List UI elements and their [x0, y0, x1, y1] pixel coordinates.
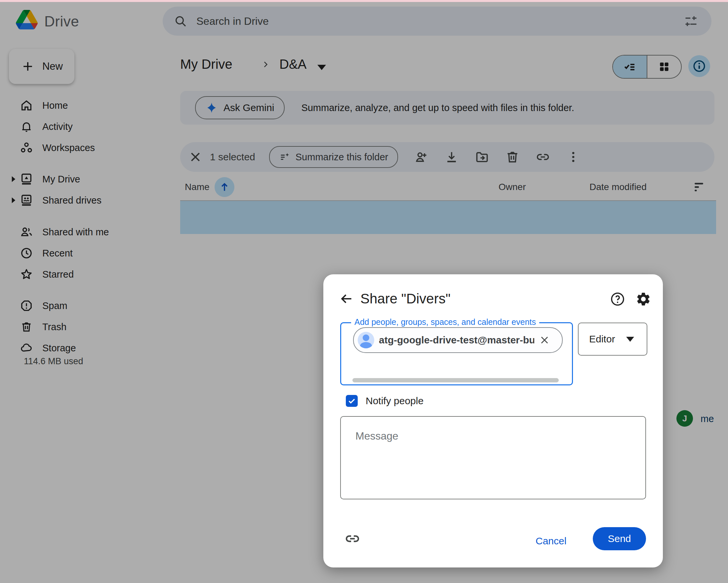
help-button[interactable]: [609, 291, 625, 307]
dialog-title: Share "Divers": [360, 291, 451, 307]
add-people-field[interactable]: Add people, groups, spaces, and calendar…: [340, 322, 573, 386]
gear-icon: [635, 291, 651, 307]
recipient-email: atg-google-drive-test@master-bulwa...: [379, 335, 534, 346]
back-button[interactable]: [339, 292, 354, 306]
notify-people-label: Notify people: [366, 395, 423, 406]
google-drive-app: Drive New Home Ac: [0, 0, 728, 583]
cancel-button[interactable]: Cancel: [528, 532, 574, 550]
role-selected-value: Editor: [589, 334, 615, 345]
help-icon: [609, 291, 625, 307]
notify-people-checkbox[interactable]: [346, 395, 358, 407]
recipient-chip[interactable]: atg-google-drive-test@master-bulwa...: [353, 327, 563, 353]
field-scrollbar[interactable]: [353, 378, 559, 382]
link-icon: [344, 531, 360, 547]
copy-link-button[interactable]: [344, 531, 360, 547]
send-button[interactable]: Send: [593, 527, 646, 550]
share-settings-button[interactable]: [635, 291, 651, 307]
share-dialog: Share "Divers" Add people, groups, space…: [323, 274, 663, 567]
check-icon: [347, 396, 356, 405]
recipient-avatar-icon: [358, 332, 374, 348]
message-input[interactable]: [341, 417, 645, 499]
window-top-edge: [0, 0, 728, 2]
remove-recipient-icon[interactable]: [539, 335, 550, 346]
send-button-label: Send: [608, 533, 631, 544]
message-box: [340, 416, 646, 499]
role-dropdown[interactable]: Editor: [578, 323, 647, 355]
add-people-label: Add people, groups, spaces, and calendar…: [351, 317, 539, 327]
dropdown-caret-icon: [626, 337, 634, 342]
